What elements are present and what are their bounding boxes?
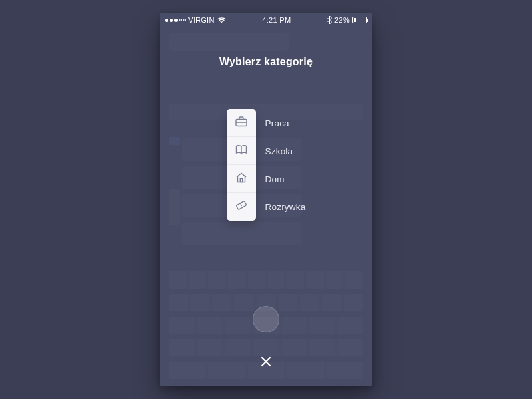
book-icon — [235, 144, 248, 158]
close-button[interactable] — [255, 352, 277, 374]
category-list: Praca Szkoła Dom Rozrywka — [227, 109, 306, 221]
category-item-praca[interactable] — [227, 109, 256, 137]
category-picker-overlay: Wybierz kategorię — [160, 13, 372, 386]
home-icon — [235, 172, 248, 186]
briefcase-icon — [235, 116, 248, 130]
ticket-icon — [235, 200, 248, 214]
phone-frame: VIRGIN 4:21 PM 22% Wybierz katego — [160, 13, 372, 386]
category-item-szkola[interactable] — [227, 137, 256, 165]
svg-rect-2 — [240, 178, 242, 182]
category-icon-column — [227, 109, 256, 221]
category-label[interactable]: Szkoła — [265, 137, 306, 165]
category-item-rozrywka[interactable] — [227, 193, 256, 221]
drag-handle[interactable] — [253, 306, 279, 332]
category-label[interactable]: Dom — [265, 165, 306, 193]
category-label[interactable]: Praca — [265, 109, 306, 137]
category-label[interactable]: Rozrywka — [265, 193, 306, 221]
overlay-title: Wybierz kategorię — [219, 56, 313, 68]
close-icon — [260, 356, 272, 370]
category-item-dom[interactable] — [227, 165, 256, 193]
category-label-column: Praca Szkoła Dom Rozrywka — [256, 109, 306, 221]
